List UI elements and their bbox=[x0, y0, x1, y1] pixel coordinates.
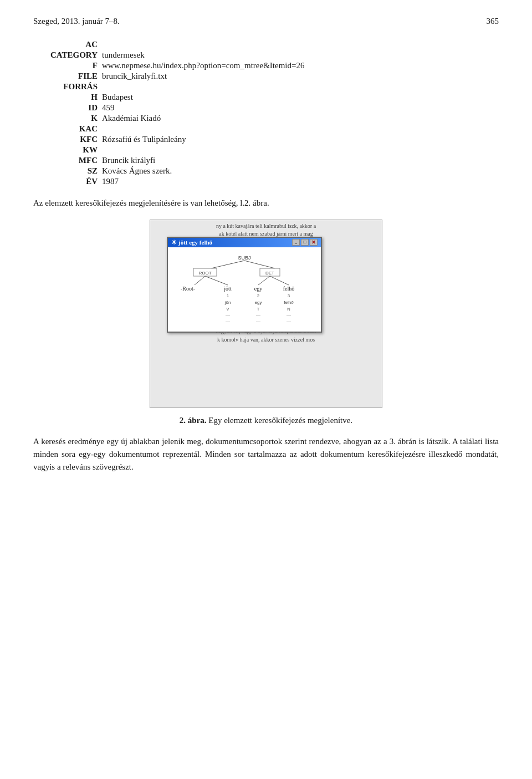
dialog-body: SUBJ ROOT DET bbox=[168, 247, 321, 332]
svg-line-9 bbox=[258, 276, 270, 285]
svg-text:felhő: felhő bbox=[283, 286, 295, 292]
table-row-ac: AC bbox=[33, 39, 499, 50]
svg-line-2 bbox=[244, 261, 275, 268]
category-label: CATEGORY bbox=[33, 50, 100, 60]
svg-text:—: — bbox=[287, 313, 291, 318]
ev-value: 1987 bbox=[100, 176, 499, 187]
restore-button[interactable]: □ bbox=[301, 239, 309, 246]
body-text-before-figure: Az elemzett keresőkifejezés megjelenítés… bbox=[33, 197, 499, 210]
svg-text:V: V bbox=[226, 307, 229, 312]
kfc-label: KFC bbox=[33, 134, 100, 145]
close-button[interactable]: ✕ bbox=[310, 239, 318, 246]
table-row-kac: KAC bbox=[33, 124, 499, 134]
table-row-mfc: MFC Bruncik királyfi bbox=[33, 155, 499, 166]
k-value: Akadémiai Kiadó bbox=[100, 113, 499, 124]
svg-text:—: — bbox=[256, 319, 260, 324]
table-row-f: F www.nepmese.hu/index.php?option=com_mt… bbox=[33, 60, 499, 71]
id-label: ID bbox=[33, 103, 100, 113]
svg-line-1 bbox=[211, 261, 244, 268]
svg-text:DET: DET bbox=[265, 271, 274, 276]
svg-text:felhő: felhő bbox=[284, 300, 294, 305]
dialog-title-icon: ☀ bbox=[171, 239, 177, 246]
page-number: 365 bbox=[487, 17, 499, 26]
svg-text:—: — bbox=[226, 319, 230, 324]
kac-label: KAC bbox=[33, 124, 100, 134]
dialog-title: jött egy felhő bbox=[178, 239, 212, 246]
svg-text:N: N bbox=[287, 307, 290, 312]
ac-label: AC bbox=[33, 39, 100, 50]
svg-text:-Root-: -Root- bbox=[181, 286, 195, 292]
svg-text:egy: egy bbox=[255, 300, 262, 305]
svg-text:jött: jött bbox=[223, 286, 232, 292]
svg-line-7 bbox=[195, 276, 205, 285]
forras-label: FORRÁS bbox=[33, 82, 100, 92]
page-header-left: Szeged, 2013. január 7–8. bbox=[33, 17, 120, 26]
main-content: AC CATEGORY tundermesek F www.nepmese.hu… bbox=[33, 39, 499, 473]
f-label: F bbox=[33, 60, 100, 71]
table-row-forras: FORRÁS bbox=[33, 82, 499, 92]
mfc-label: MFC bbox=[33, 155, 100, 166]
sz-label: SZ bbox=[33, 166, 100, 176]
svg-text:jön: jön bbox=[224, 300, 231, 305]
table-row-sz: SZ Kovács Ágnes szerk. bbox=[33, 166, 499, 176]
mfc-value: Bruncik királyfi bbox=[100, 155, 499, 166]
paragraph-1: A keresés eredménye egy új ablakban jele… bbox=[33, 435, 499, 474]
page-header: Szeged, 2013. január 7–8. 365 bbox=[33, 17, 499, 26]
svg-text:1: 1 bbox=[227, 293, 229, 298]
figure-caption-number: 2. ábra. bbox=[180, 416, 207, 425]
table-row-category: CATEGORY tundermesek bbox=[33, 50, 499, 60]
kfc-value: Rózsafiú és Tulipánleány bbox=[100, 134, 499, 145]
svg-line-8 bbox=[205, 276, 228, 285]
figure-caption-text: Egy elemzett keresőkifejezés megjelenítv… bbox=[207, 416, 353, 425]
kw-label: KW bbox=[33, 145, 100, 155]
svg-line-10 bbox=[270, 276, 289, 285]
table-row-kfc: KFC Rózsafiú és Tulipánleány bbox=[33, 134, 499, 145]
table-row-file: FILE bruncik_kiralyfi.txt bbox=[33, 71, 499, 82]
svg-text:—: — bbox=[287, 319, 291, 324]
dialog-window: ☀ jött egy felhő _ □ ✕ SUBJ bbox=[167, 237, 322, 333]
k-label: K bbox=[33, 113, 100, 124]
metadata-table: AC CATEGORY tundermesek F www.nepmese.hu… bbox=[33, 39, 499, 187]
svg-text:egy: egy bbox=[254, 286, 262, 292]
table-row-ev: ÉV 1987 bbox=[33, 176, 499, 187]
ev-label: ÉV bbox=[33, 176, 100, 187]
file-value: bruncik_kiralyfi.txt bbox=[100, 71, 499, 82]
table-row-id: ID 459 bbox=[33, 103, 499, 113]
h-label: H bbox=[33, 92, 100, 103]
table-row-kw: KW bbox=[33, 145, 499, 155]
dialog-titlebar: ☀ jött egy felhő _ □ ✕ bbox=[168, 238, 321, 247]
svg-text:SUBJ: SUBJ bbox=[238, 255, 250, 261]
id-value: 459 bbox=[100, 103, 499, 113]
svg-text:T: T bbox=[257, 307, 260, 312]
url-value: www.nepmese.hu/index.php?option=com_mtre… bbox=[100, 60, 499, 71]
figure-caption: 2. ábra. Egy elemzett keresőkifejezés me… bbox=[33, 416, 499, 425]
figure-image: ny a kút kavajára teli kalmrabul iszk, a… bbox=[150, 220, 382, 408]
category-value: tundermesek bbox=[100, 50, 499, 60]
svg-text:2: 2 bbox=[257, 293, 260, 298]
figure-container: ny a kút kavajára teli kalmrabul iszk, a… bbox=[33, 220, 499, 425]
table-row-k: K Akadémiai Kiadó bbox=[33, 113, 499, 124]
table-row-h: H Budapest bbox=[33, 92, 499, 103]
svg-text:—: — bbox=[226, 313, 230, 318]
dialog-controls: _ □ ✕ bbox=[292, 239, 318, 246]
tree-diagram: SUBJ ROOT DET bbox=[172, 253, 316, 325]
minimize-button[interactable]: _ bbox=[292, 239, 300, 246]
h-value: Budapest bbox=[100, 92, 499, 103]
svg-text:3: 3 bbox=[288, 293, 290, 298]
svg-text:—: — bbox=[256, 313, 260, 318]
sz-value: Kovács Ágnes szerk. bbox=[100, 166, 499, 176]
svg-text:ROOT: ROOT bbox=[198, 271, 211, 276]
file-label: FILE bbox=[33, 71, 100, 82]
